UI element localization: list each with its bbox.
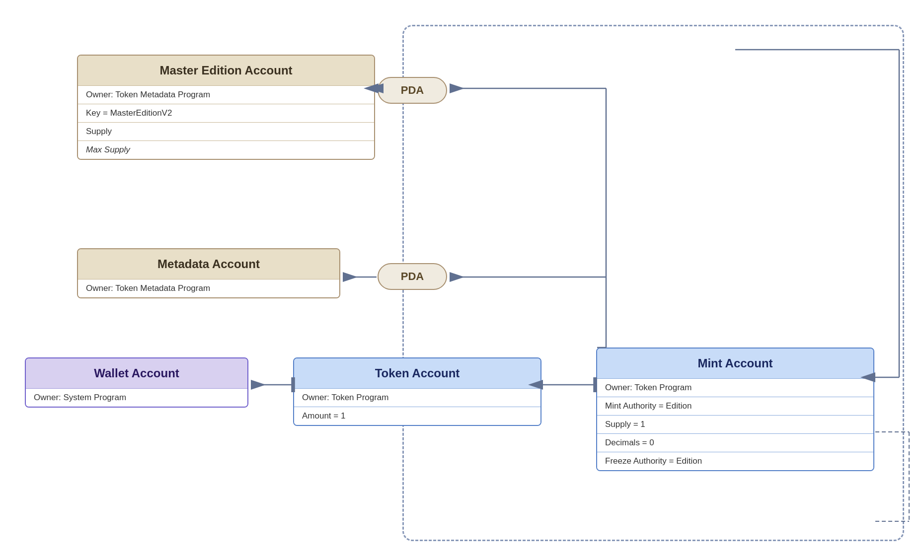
metadata-account-box: Metadata Account Owner: Token Metadata P… [77,248,340,298]
mint-account-field-0: Owner: Token Program [597,378,873,397]
master-edition-header: Master Edition Account [78,56,374,85]
master-edition-account-box: Master Edition Account Owner: Token Meta… [77,55,375,160]
mint-account-field-4: Freeze Authority = Edition [597,452,873,470]
mint-account-field-2: Supply = 1 [597,415,873,433]
wallet-account-header: Wallet Account [26,358,247,388]
wallet-account-box: Wallet Account Owner: System Program [25,357,248,408]
token-account-field-0: Owner: Token Program [294,388,540,407]
master-edition-field-1: Key = MasterEditionV2 [78,104,374,122]
master-edition-field-3: Max Supply [78,140,374,159]
token-account-header: Token Account [294,358,540,388]
pda-pill-1: PDA [378,77,447,104]
mint-account-box: Mint Account Owner: Token Program Mint A… [596,348,874,471]
mint-account-field-3: Decimals = 0 [597,433,873,452]
metadata-account-header: Metadata Account [78,249,339,279]
master-edition-field-2: Supply [78,122,374,140]
metadata-account-field-0: Owner: Token Metadata Program [78,279,339,297]
diagram-container: Master Edition Account Owner: Token Meta… [0,0,924,560]
wallet-account-field-0: Owner: System Program [26,388,247,407]
master-edition-field-0: Owner: Token Metadata Program [78,85,374,104]
mint-account-header: Mint Account [597,349,873,378]
token-account-field-1: Amount = 1 [294,407,540,425]
token-account-box: Token Account Owner: Token Program Amoun… [293,357,541,426]
mint-account-field-1: Mint Authority = Edition [597,397,873,415]
pda-pill-2: PDA [378,263,447,290]
